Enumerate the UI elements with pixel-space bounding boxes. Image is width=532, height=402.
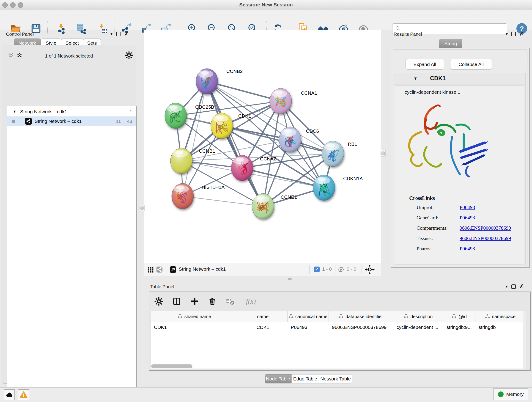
- crosslink-link[interactable]: 9606.ENSP00000378699: [460, 235, 511, 241]
- bottom-splitter-handle[interactable]: [288, 278, 292, 280]
- gene-section-header[interactable]: ▼ CDK1: [393, 73, 526, 85]
- crosslink-link[interactable]: P06493: [460, 246, 475, 252]
- node-CDKN1A[interactable]: [313, 175, 335, 201]
- network-row-selected[interactable]: String Network – cdk1 11 48: [7, 116, 136, 126]
- node-CDK1[interactable]: [211, 113, 233, 139]
- float-panel-icon[interactable]: [116, 32, 120, 36]
- close-panel-icon[interactable]: ✗: [519, 32, 524, 36]
- node-CDC25B[interactable]: [165, 103, 187, 128]
- node-CCNB1[interactable]: [171, 148, 192, 174]
- node-CCNA1[interactable]: [270, 88, 292, 114]
- import-table-icon[interactable]: [97, 23, 108, 34]
- main-toolbar: ?: [0, 10, 532, 30]
- collapse-all-button[interactable]: Collapse All: [450, 59, 492, 70]
- delete-column-trash-icon[interactable]: [207, 296, 218, 307]
- table-cell[interactable]: CDK1: [151, 322, 238, 332]
- node-CCNA2[interactable]: [231, 155, 253, 181]
- close-panel-icon[interactable]: ✗: [519, 284, 524, 289]
- add-column-icon[interactable]: [189, 296, 200, 307]
- crosslink-label: Pharos:: [417, 246, 432, 252]
- hidden-eye-slash-icon[interactable]: [337, 267, 344, 274]
- network-canvas[interactable]: CCNB2CCNA1CDC25BCDK1CDC6RB1CCNB1CCNA2CDK…: [144, 30, 381, 263]
- collection-label: String Network – cdk1: [20, 109, 67, 114]
- crosslink-link[interactable]: 9606.ENSP00000378699: [460, 225, 511, 231]
- float-panel-icon[interactable]: [511, 32, 516, 36]
- grid-view-icon[interactable]: [147, 266, 154, 274]
- node-RB1[interactable]: [322, 141, 344, 167]
- edge-HIST1H1A-CCNE1[interactable]: [183, 196, 263, 206]
- import-network-from-database-icon[interactable]: [76, 23, 87, 34]
- control-panel-title: Control Panel: [6, 32, 34, 37]
- results-panel-controls: ▾ ✗: [506, 31, 524, 37]
- right-splitter-handle[interactable]: [380, 150, 386, 157]
- table-cell[interactable]: P06493: [288, 322, 329, 332]
- node-CCNE1[interactable]: [252, 193, 274, 219]
- function-builder-icon[interactable]: f(x): [243, 296, 259, 307]
- column-header-label: description: [411, 314, 433, 319]
- close-panel-icon[interactable]: ✗: [124, 32, 128, 36]
- table-options-gear-icon[interactable]: [153, 296, 164, 307]
- network-collection-row[interactable]: ▼ String Network – cdk1 1: [7, 107, 136, 116]
- tab-node-table[interactable]: Node Table: [265, 374, 291, 383]
- float-panel-icon[interactable]: [511, 284, 516, 289]
- collapse-panel-icon[interactable]: ▾: [110, 32, 113, 36]
- collapse-panel-icon[interactable]: ▾: [506, 32, 508, 36]
- search-icon: [395, 26, 401, 32]
- node-CCNB2[interactable]: [196, 69, 218, 94]
- collection-expand-icon[interactable]: ▼: [13, 109, 17, 114]
- detach-view-icon[interactable]: [170, 266, 177, 274]
- window-titlebar: Session: New Session: [0, 0, 532, 10]
- table-cell[interactable]: stringdb: [475, 322, 526, 332]
- column-header-name[interactable]: name: [238, 311, 288, 322]
- tab-network-table[interactable]: Network Table: [319, 374, 352, 383]
- network-list: ▼ String Network – cdk1 1 String Network…: [7, 106, 137, 402]
- column-header--id[interactable]: @id: [443, 311, 475, 322]
- crosslink-link[interactable]: P06493: [460, 215, 475, 221]
- results-scrollbar[interactable]: [525, 73, 526, 266]
- crosslink-link[interactable]: P06493: [460, 204, 475, 211]
- edge-CCNB2-HIST1H1A[interactable]: [183, 81, 207, 196]
- memory-label: Memory: [506, 391, 524, 397]
- hidden-counts: 0 - 0: [347, 266, 356, 272]
- column-header-namespace[interactable]: namespace: [475, 311, 526, 322]
- warning-icon[interactable]: [18, 389, 29, 400]
- collapse-panel-icon[interactable]: ▾: [506, 284, 508, 288]
- expand-all-button[interactable]: Expand All: [405, 59, 444, 70]
- cloud-icon[interactable]: [4, 389, 15, 400]
- column-header-database-identifier[interactable]: database identifier: [329, 311, 393, 322]
- shared-column-icon: [178, 314, 182, 319]
- delete-table-icon[interactable]: [225, 296, 235, 307]
- network-options-gear-icon[interactable]: [125, 51, 133, 60]
- network-share-icon[interactable]: [156, 266, 163, 274]
- table-vertical-scrollbar[interactable]: [523, 311, 526, 369]
- toolbar-separator: [47, 21, 48, 36]
- memory-button[interactable]: Memory: [493, 389, 528, 400]
- table-cell[interactable]: CDK1: [238, 322, 288, 332]
- status-bar: Memory: [0, 387, 532, 402]
- show-columns-icon[interactable]: [171, 296, 182, 307]
- import-network-icon[interactable]: [56, 23, 67, 34]
- column-header-canonical-name[interactable]: canonical name: [288, 311, 329, 322]
- node-CDC6[interactable]: [279, 127, 301, 153]
- column-header-shared-name[interactable]: shared name: [151, 311, 238, 322]
- network-type-icon: [25, 118, 32, 125]
- table-horizontal-scrollbar[interactable]: [151, 364, 192, 368]
- birdseye-navigator-icon[interactable]: [365, 264, 375, 275]
- network-view-title: String Network – cdk1: [179, 266, 226, 272]
- tab-string[interactable]: String: [439, 39, 462, 48]
- selected-checkbox-icon[interactable]: ✓: [314, 267, 320, 272]
- crosslink-label: Tissues:: [417, 235, 433, 241]
- crosslink-label: GeneCard:: [417, 215, 438, 221]
- string-results-panel: Expand All Collapse All ▼ CDK1 cyclin-de…: [391, 48, 530, 268]
- protein-structure-image: [399, 98, 498, 187]
- left-splitter-handle[interactable]: [139, 205, 145, 211]
- tab-edge-table[interactable]: Edge Table: [291, 374, 319, 383]
- table-cell[interactable]: 9606.ENSP00000378699: [329, 322, 393, 332]
- gene-name: CDK1: [430, 75, 446, 82]
- column-header-description[interactable]: description: [393, 311, 443, 322]
- section-expand-icon[interactable]: ▼: [413, 76, 418, 81]
- network-manager-panel: 1 of 1 Network selected ▼ String Network…: [2, 45, 136, 384]
- node-HIST1H1A[interactable]: [172, 183, 194, 209]
- table-cell[interactable]: cyclin-dependent ...: [393, 322, 443, 332]
- table-cell[interactable]: stringdb:9...: [443, 322, 475, 332]
